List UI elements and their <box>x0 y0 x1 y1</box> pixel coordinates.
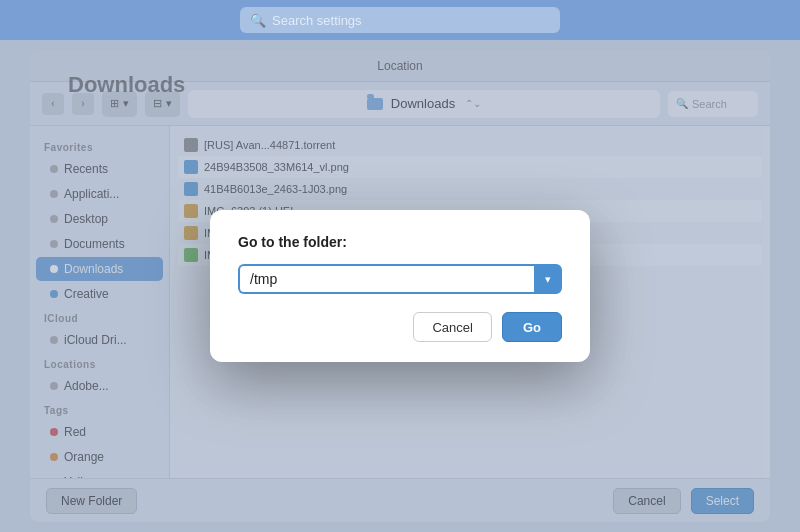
dialog-title: Go to the folder: <box>238 234 562 250</box>
folder-path-input[interactable] <box>238 264 534 294</box>
search-icon: 🔍 <box>250 13 266 28</box>
dialog-input-row: ▾ <box>238 264 562 294</box>
dropdown-chevron-icon: ▾ <box>545 273 551 286</box>
dialog-cancel-button[interactable]: Cancel <box>413 312 491 342</box>
goto-folder-dialog: Go to the folder: ▾ Cancel Go <box>210 210 590 362</box>
dialog-overlay: Go to the folder: ▾ Cancel Go <box>0 40 800 532</box>
main-area: Location ‹ › ⊞ ▾ ⊟ ▾ Downloads ⌃⌄ 🔍 Sear… <box>0 40 800 532</box>
dialog-buttons: Cancel Go <box>238 312 562 342</box>
top-bar: 🔍 <box>0 0 800 40</box>
search-bar-container: 🔍 <box>240 7 560 33</box>
dialog-go-button[interactable]: Go <box>502 312 562 342</box>
search-settings-input[interactable] <box>272 13 550 28</box>
folder-dropdown-button[interactable]: ▾ <box>534 264 562 294</box>
